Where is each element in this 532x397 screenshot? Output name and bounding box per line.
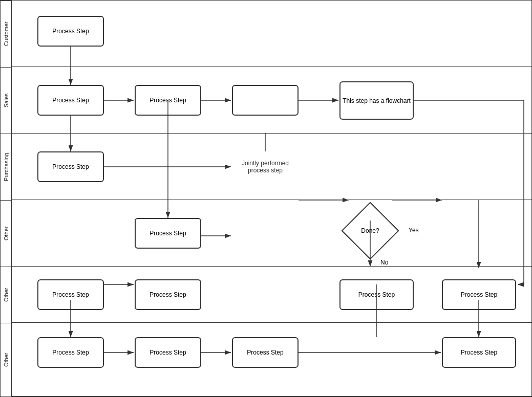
lane-label-other2: Other: [1, 267, 11, 323]
lane-sales: Process Step Process Step This step has …: [12, 67, 531, 134]
diagram-content: Process Step Process Step Process Step T…: [12, 1, 531, 396]
node-n13[interactable]: Process Step: [442, 279, 516, 310]
lane-other2: Process Step Process Step Process Step P…: [12, 267, 531, 323]
lane-label-other1: Other: [1, 200, 11, 267]
node-n15[interactable]: Process Step: [135, 337, 201, 368]
node-n7: Jointly performed process step: [232, 151, 299, 182]
node-n6[interactable]: Process Step: [37, 151, 104, 182]
node-n3[interactable]: Process Step: [135, 85, 201, 116]
yes-label: Yes: [409, 227, 419, 234]
lane-customer: Process Step: [12, 1, 531, 67]
node-n17[interactable]: Process Step: [442, 337, 516, 368]
node-n12[interactable]: Process Step: [339, 279, 414, 310]
node-n2[interactable]: Process Step: [37, 85, 104, 116]
lane-label-other3: Other: [1, 323, 11, 396]
lane-purchasing: Process Step Jointly performed process s…: [12, 134, 531, 200]
lane-label-sales: Sales: [1, 67, 11, 134]
lane-label-customer: Customer: [1, 1, 11, 67]
lane-other1: Process Step Done? Yes No: [12, 200, 531, 267]
no-label: No: [380, 259, 388, 266]
node-n16[interactable]: Process Step: [232, 337, 299, 368]
node-n14[interactable]: Process Step: [37, 337, 104, 368]
lane-label-purchasing: Purchasing: [1, 134, 11, 200]
node-n1[interactable]: Process Step: [37, 16, 104, 47]
node-n10[interactable]: Process Step: [37, 279, 104, 310]
node-n11[interactable]: Process Step: [135, 279, 201, 310]
lane-labels: Customer Sales Purchasing Other Other Ot…: [1, 1, 12, 396]
node-n4[interactable]: [232, 85, 299, 116]
lane-other3: Process Step Process Step Process Step P…: [12, 323, 531, 396]
node-n5[interactable]: This step has a flowchart: [339, 81, 414, 120]
node-n8[interactable]: Process Step: [135, 218, 201, 249]
node-n9[interactable]: Done?: [350, 210, 391, 251]
diagram-container: Customer Sales Purchasing Other Other Ot…: [0, 0, 532, 397]
